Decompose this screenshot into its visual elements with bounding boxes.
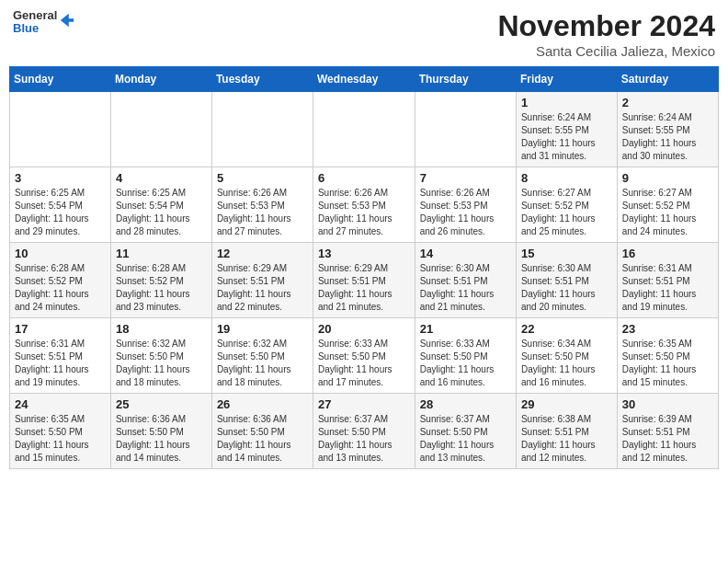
header-day: Friday bbox=[516, 67, 617, 92]
header-day: Saturday bbox=[617, 67, 718, 92]
calendar-cell: 7Sunrise: 6:26 AM Sunset: 5:53 PM Daylig… bbox=[415, 167, 516, 243]
logo: General Blue bbox=[13, 9, 75, 36]
calendar-cell: 29Sunrise: 6:38 AM Sunset: 5:51 PM Dayli… bbox=[516, 394, 617, 469]
day-detail: Sunrise: 6:26 AM Sunset: 5:53 PM Dayligh… bbox=[420, 187, 511, 238]
day-detail: Sunrise: 6:35 AM Sunset: 5:50 PM Dayligh… bbox=[15, 413, 106, 465]
calendar-cell: 12Sunrise: 6:29 AM Sunset: 5:51 PM Dayli… bbox=[211, 243, 313, 318]
calendar-cell: 3Sunrise: 6:25 AM Sunset: 5:54 PM Daylig… bbox=[10, 167, 111, 243]
title-block: November 2024 Santa Cecilia Jalieza, Mex… bbox=[497, 9, 715, 59]
calendar-cell: 9Sunrise: 6:27 AM Sunset: 5:52 PM Daylig… bbox=[617, 167, 718, 243]
calendar-cell: 21Sunrise: 6:33 AM Sunset: 5:50 PM Dayli… bbox=[415, 318, 516, 394]
calendar-cell: 30Sunrise: 6:39 AM Sunset: 5:51 PM Dayli… bbox=[617, 394, 718, 469]
day-number: 26 bbox=[217, 397, 308, 411]
calendar-cell: 1Sunrise: 6:24 AM Sunset: 5:55 PM Daylig… bbox=[516, 92, 617, 167]
calendar-week-row: 10Sunrise: 6:28 AM Sunset: 5:52 PM Dayli… bbox=[10, 243, 719, 318]
calendar-cell bbox=[313, 92, 415, 167]
day-detail: Sunrise: 6:33 AM Sunset: 5:50 PM Dayligh… bbox=[420, 338, 511, 389]
day-number: 15 bbox=[521, 247, 612, 260]
day-number: 4 bbox=[116, 171, 207, 185]
calendar-cell: 15Sunrise: 6:30 AM Sunset: 5:51 PM Dayli… bbox=[516, 243, 617, 318]
day-detail: Sunrise: 6:32 AM Sunset: 5:50 PM Dayligh… bbox=[217, 338, 308, 389]
day-detail: Sunrise: 6:28 AM Sunset: 5:52 PM Dayligh… bbox=[15, 262, 106, 314]
calendar-cell: 17Sunrise: 6:31 AM Sunset: 5:51 PM Dayli… bbox=[10, 318, 111, 394]
calendar-cell: 6Sunrise: 6:26 AM Sunset: 5:53 PM Daylig… bbox=[313, 167, 415, 243]
calendar-cell bbox=[10, 92, 111, 167]
day-number: 12 bbox=[217, 247, 308, 260]
day-detail: Sunrise: 6:24 AM Sunset: 5:55 PM Dayligh… bbox=[622, 111, 713, 163]
day-number: 30 bbox=[622, 397, 713, 411]
page-header: General Blue November 2024 Santa Cecilia… bbox=[9, 9, 719, 59]
day-number: 24 bbox=[15, 397, 106, 411]
header-day: Monday bbox=[110, 67, 211, 92]
calendar-cell: 14Sunrise: 6:30 AM Sunset: 5:51 PM Dayli… bbox=[415, 243, 516, 318]
calendar-cell bbox=[110, 92, 211, 167]
calendar-body: 1Sunrise: 6:24 AM Sunset: 5:55 PM Daylig… bbox=[10, 92, 719, 469]
day-detail: Sunrise: 6:31 AM Sunset: 5:51 PM Dayligh… bbox=[15, 338, 106, 389]
day-detail: Sunrise: 6:25 AM Sunset: 5:54 PM Dayligh… bbox=[116, 187, 207, 238]
day-number: 22 bbox=[521, 322, 612, 336]
page-title: November 2024 bbox=[497, 9, 715, 43]
logo-text: General Blue bbox=[13, 9, 57, 36]
day-detail: Sunrise: 6:30 AM Sunset: 5:51 PM Dayligh… bbox=[521, 262, 612, 314]
day-detail: Sunrise: 6:28 AM Sunset: 5:52 PM Dayligh… bbox=[116, 262, 207, 314]
calendar-cell: 28Sunrise: 6:37 AM Sunset: 5:50 PM Dayli… bbox=[415, 394, 516, 469]
calendar-cell: 10Sunrise: 6:28 AM Sunset: 5:52 PM Dayli… bbox=[10, 243, 111, 318]
day-number: 11 bbox=[116, 247, 207, 260]
header-day: Sunday bbox=[10, 67, 111, 92]
day-detail: Sunrise: 6:29 AM Sunset: 5:51 PM Dayligh… bbox=[217, 262, 308, 314]
day-detail: Sunrise: 6:33 AM Sunset: 5:50 PM Dayligh… bbox=[318, 338, 410, 389]
logo-arrow-icon bbox=[59, 12, 75, 29]
day-detail: Sunrise: 6:26 AM Sunset: 5:53 PM Dayligh… bbox=[217, 187, 308, 238]
day-detail: Sunrise: 6:34 AM Sunset: 5:50 PM Dayligh… bbox=[521, 338, 612, 389]
day-number: 6 bbox=[318, 171, 410, 185]
calendar-table: SundayMondayTuesdayWednesdayThursdayFrid… bbox=[9, 66, 719, 469]
day-number: 10 bbox=[15, 247, 106, 260]
calendar-cell: 27Sunrise: 6:37 AM Sunset: 5:50 PM Dayli… bbox=[313, 394, 415, 469]
day-detail: Sunrise: 6:24 AM Sunset: 5:55 PM Dayligh… bbox=[521, 111, 612, 163]
calendar-week-row: 3Sunrise: 6:25 AM Sunset: 5:54 PM Daylig… bbox=[10, 167, 719, 243]
svg-marker-0 bbox=[61, 14, 74, 27]
calendar-cell: 16Sunrise: 6:31 AM Sunset: 5:51 PM Dayli… bbox=[617, 243, 718, 318]
day-detail: Sunrise: 6:27 AM Sunset: 5:52 PM Dayligh… bbox=[622, 187, 713, 238]
calendar-cell: 8Sunrise: 6:27 AM Sunset: 5:52 PM Daylig… bbox=[516, 167, 617, 243]
day-number: 3 bbox=[15, 171, 106, 185]
day-number: 8 bbox=[521, 171, 612, 185]
day-number: 16 bbox=[622, 247, 713, 260]
header-day: Wednesday bbox=[313, 67, 415, 92]
calendar-cell: 5Sunrise: 6:26 AM Sunset: 5:53 PM Daylig… bbox=[211, 167, 313, 243]
day-number: 17 bbox=[15, 322, 106, 336]
day-number: 5 bbox=[217, 171, 308, 185]
day-number: 29 bbox=[521, 397, 612, 411]
calendar-cell: 25Sunrise: 6:36 AM Sunset: 5:50 PM Dayli… bbox=[110, 394, 211, 469]
calendar-cell: 26Sunrise: 6:36 AM Sunset: 5:50 PM Dayli… bbox=[211, 394, 313, 469]
calendar-cell: 4Sunrise: 6:25 AM Sunset: 5:54 PM Daylig… bbox=[110, 167, 211, 243]
calendar-week-row: 24Sunrise: 6:35 AM Sunset: 5:50 PM Dayli… bbox=[10, 394, 719, 469]
logo-blue: Blue bbox=[13, 22, 57, 35]
day-number: 21 bbox=[420, 322, 511, 336]
calendar-cell: 20Sunrise: 6:33 AM Sunset: 5:50 PM Dayli… bbox=[313, 318, 415, 394]
day-detail: Sunrise: 6:37 AM Sunset: 5:50 PM Dayligh… bbox=[420, 413, 511, 465]
page-subtitle: Santa Cecilia Jalieza, Mexico bbox=[497, 43, 715, 59]
day-number: 23 bbox=[622, 322, 713, 336]
day-detail: Sunrise: 6:32 AM Sunset: 5:50 PM Dayligh… bbox=[116, 338, 207, 389]
day-detail: Sunrise: 6:25 AM Sunset: 5:54 PM Dayligh… bbox=[15, 187, 106, 238]
day-detail: Sunrise: 6:35 AM Sunset: 5:50 PM Dayligh… bbox=[622, 338, 713, 389]
calendar-week-row: 17Sunrise: 6:31 AM Sunset: 5:51 PM Dayli… bbox=[10, 318, 719, 394]
calendar-cell bbox=[415, 92, 516, 167]
header-row: SundayMondayTuesdayWednesdayThursdayFrid… bbox=[10, 67, 719, 92]
calendar-week-row: 1Sunrise: 6:24 AM Sunset: 5:55 PM Daylig… bbox=[10, 92, 719, 167]
calendar-cell bbox=[211, 92, 313, 167]
day-number: 20 bbox=[318, 322, 410, 336]
day-number: 27 bbox=[318, 397, 410, 411]
day-detail: Sunrise: 6:30 AM Sunset: 5:51 PM Dayligh… bbox=[420, 262, 511, 314]
calendar-cell: 18Sunrise: 6:32 AM Sunset: 5:50 PM Dayli… bbox=[110, 318, 211, 394]
day-number: 18 bbox=[116, 322, 207, 336]
day-number: 7 bbox=[420, 171, 511, 185]
day-detail: Sunrise: 6:31 AM Sunset: 5:51 PM Dayligh… bbox=[622, 262, 713, 314]
calendar-cell: 13Sunrise: 6:29 AM Sunset: 5:51 PM Dayli… bbox=[313, 243, 415, 318]
calendar-cell: 2Sunrise: 6:24 AM Sunset: 5:55 PM Daylig… bbox=[617, 92, 718, 167]
header-day: Thursday bbox=[415, 67, 516, 92]
header-day: Tuesday bbox=[211, 67, 313, 92]
day-number: 19 bbox=[217, 322, 308, 336]
day-detail: Sunrise: 6:26 AM Sunset: 5:53 PM Dayligh… bbox=[318, 187, 410, 238]
